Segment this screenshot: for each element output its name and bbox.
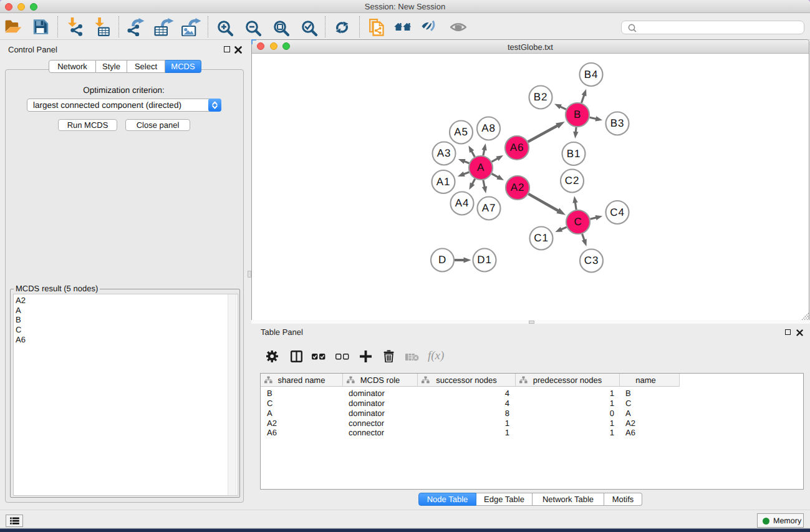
svg-text:A1: A1: [436, 176, 450, 188]
svg-text:B3: B3: [610, 117, 624, 129]
svg-text:C: C: [574, 216, 582, 228]
svg-text:A4: A4: [455, 197, 469, 209]
svg-text:C3: C3: [584, 254, 599, 266]
svg-text:A2: A2: [511, 181, 524, 193]
svg-text:A8: A8: [481, 122, 495, 134]
svg-text:A3: A3: [437, 147, 451, 159]
svg-text:D: D: [438, 254, 446, 266]
svg-text:D1: D1: [477, 254, 491, 266]
svg-text:C1: C1: [534, 232, 548, 244]
svg-text:B1: B1: [567, 148, 581, 160]
svg-text:C2: C2: [565, 175, 579, 186]
svg-text:A5: A5: [454, 126, 468, 138]
svg-text:B: B: [574, 109, 581, 120]
svg-text:C4: C4: [610, 206, 624, 218]
svg-text:A7: A7: [482, 202, 496, 214]
svg-text:B4: B4: [584, 69, 598, 80]
svg-text:B2: B2: [534, 91, 547, 103]
svg-text:A: A: [477, 162, 485, 173]
svg-text:A6: A6: [510, 142, 524, 153]
